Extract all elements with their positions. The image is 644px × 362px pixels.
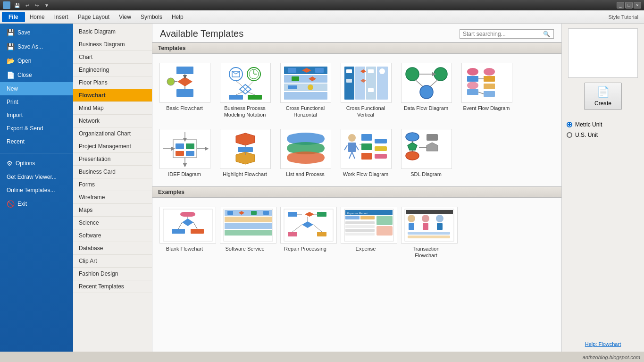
svg-rect-115	[288, 212, 297, 217]
open-icon: 📂	[7, 57, 15, 65]
save-icon: 💾	[7, 29, 15, 36]
templates-section-header: Templates	[152, 42, 561, 54]
search-input[interactable]	[463, 31, 543, 37]
sidebar-exit-label: Exit	[17, 201, 27, 207]
sidebar-save-as-label: Save As...	[17, 43, 43, 50]
minimize-button[interactable]: _	[617, 2, 624, 8]
template-event-flow[interactable]: Event Flow Diagram	[458, 59, 515, 122]
cat-forms[interactable]: Forms	[73, 178, 152, 191]
example-transaction[interactable]: Transaction Flowchart	[398, 203, 454, 262]
cross-h-label: Cross Functional Horizontal	[280, 105, 330, 118]
create-label: Create	[594, 100, 611, 107]
cat-floor-plans[interactable]: Floor Plans	[73, 76, 152, 89]
template-highlight[interactable]: Highlight Flowchart	[217, 126, 273, 181]
cat-science[interactable]: Science	[73, 217, 152, 229]
example-repair-processing[interactable]: Repair Processing	[277, 203, 334, 262]
cat-project-mgmt[interactable]: Project Management	[73, 140, 152, 153]
sidebar-print[interactable]: Print	[0, 95, 73, 109]
category-list: Basic Diagram Business Diagram Chart Eng…	[73, 24, 152, 352]
sidebar-import-label: Import	[7, 112, 23, 118]
cat-network[interactable]: Network	[73, 115, 152, 127]
svg-rect-130	[360, 216, 375, 219]
svg-line-20	[236, 81, 243, 86]
svg-rect-33	[288, 85, 297, 89]
template-bpmn[interactable]: Business Process Modeling Notation	[217, 59, 273, 122]
menu-home[interactable]: Home	[25, 12, 50, 22]
close-button[interactable]: ×	[634, 2, 641, 8]
us-unit-option[interactable]: U.S. Unit	[567, 130, 639, 140]
svg-point-143	[436, 215, 443, 222]
sidebar-new[interactable]: New	[0, 82, 73, 95]
svg-rect-18	[229, 95, 243, 100]
maximize-button[interactable]: □	[625, 2, 633, 8]
search-box[interactable]: 🔍	[460, 29, 554, 39]
svg-rect-86	[375, 146, 387, 151]
sidebar-get-edraw[interactable]: Get Edraw Viewer...	[0, 170, 73, 184]
quick-undo[interactable]: ↩	[24, 2, 31, 9]
quick-save[interactable]: 💾	[12, 2, 22, 9]
cat-wireframe[interactable]: Wireframe	[73, 191, 152, 204]
cat-org-chart[interactable]: Organizational Chart	[73, 127, 152, 140]
metric-unit-option[interactable]: Metric Unit	[567, 119, 639, 130]
svg-rect-92	[427, 134, 438, 141]
cat-fashion-design[interactable]: Fashion Design	[73, 268, 152, 280]
quick-redo[interactable]: ↪	[33, 2, 41, 9]
create-button[interactable]: 📄 Create	[584, 83, 622, 110]
template-data-flow[interactable]: Data Flow Diagram	[398, 59, 454, 122]
template-basic-flowchart[interactable]: Basic Flowchart	[156, 59, 213, 122]
svg-rect-64	[186, 143, 194, 149]
template-idef[interactable]: IDEF Diagram	[156, 126, 213, 181]
svg-point-139	[408, 215, 415, 222]
cat-software[interactable]: Software	[73, 229, 152, 242]
cat-business-card[interactable]: Business Card	[73, 166, 152, 178]
sidebar-import[interactable]: Import	[0, 109, 73, 122]
watermark: anthzoblog.blogspot.com	[583, 354, 640, 360]
example-expense[interactable]: Expense Report Expense	[337, 203, 394, 262]
sidebar-close[interactable]: 📄 Close	[0, 68, 73, 82]
menu-view[interactable]: View	[114, 12, 136, 22]
svg-rect-109	[225, 230, 272, 236]
svg-line-51	[430, 80, 438, 86]
sidebar-options[interactable]: ⚙ Options	[0, 156, 73, 170]
template-sdl[interactable]: SDL Diagram	[398, 126, 454, 181]
sidebar-save[interactable]: 💾 Save	[0, 25, 73, 40]
sidebar-exit[interactable]: 🚫 Exit	[0, 197, 73, 211]
menu-insert[interactable]: Insert	[50, 12, 73, 22]
svg-rect-25	[284, 75, 327, 83]
menu-help[interactable]: Help	[167, 12, 188, 22]
cat-database[interactable]: Database	[73, 242, 152, 255]
sidebar-online-templates[interactable]: Online Templates...	[0, 184, 73, 197]
us-radio-icon	[567, 132, 572, 138]
template-grid: Basic Flowchart	[152, 54, 561, 186]
sidebar-save-as[interactable]: 💾 Save As...	[0, 40, 73, 54]
sdl-label: SDL Diagram	[401, 171, 451, 177]
template-workflow[interactable]: Work Flow Diagram	[337, 126, 394, 181]
cat-chart[interactable]: Chart	[73, 51, 152, 64]
cat-maps[interactable]: Maps	[73, 204, 152, 217]
cat-presentation[interactable]: Presentation	[73, 153, 152, 166]
example-software-service[interactable]: Software Service	[217, 203, 273, 262]
example-blank-flowchart[interactable]: Blank Flowchart	[156, 203, 213, 262]
cat-recent-templates[interactable]: Recent Templates	[73, 280, 152, 293]
sidebar-open[interactable]: 📂 Open	[0, 54, 73, 68]
cat-engineering[interactable]: Engineering	[73, 64, 152, 76]
help-link[interactable]: Help: Flowchart	[585, 341, 621, 347]
menu-page-layout[interactable]: Page Layout	[73, 12, 114, 22]
template-list-process[interactable]: List and Process	[277, 126, 334, 181]
svg-rect-55	[467, 89, 478, 95]
cat-flowchart[interactable]: Flowchart	[73, 89, 152, 102]
svg-rect-131	[345, 221, 375, 224]
quick-more[interactable]: ▼	[42, 2, 51, 9]
menu-symbols[interactable]: Symbols	[136, 12, 167, 22]
sidebar-recent[interactable]: Recent	[0, 135, 73, 148]
sidebar-export-send[interactable]: Export & Send	[0, 122, 73, 135]
svg-point-48	[420, 85, 433, 99]
cat-business-diagram[interactable]: Business Diagram	[73, 38, 152, 51]
template-cross-v[interactable]: Cross Functional Vertical	[337, 59, 394, 122]
menu-file[interactable]: File	[2, 12, 25, 22]
software-service-thumb	[220, 207, 276, 244]
cat-mind-map[interactable]: Mind Map	[73, 102, 152, 115]
cat-clip-art[interactable]: Clip Art	[73, 255, 152, 268]
template-cross-h[interactable]: Cross Functional Horizontal	[277, 59, 334, 122]
cat-basic-diagram[interactable]: Basic Diagram	[73, 25, 152, 38]
